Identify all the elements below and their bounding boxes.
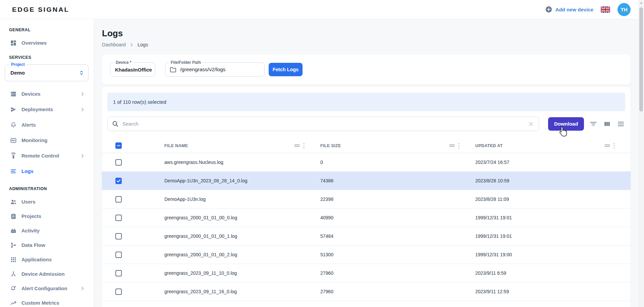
sidebar-item-monitoring[interactable]: Monitoring: [5, 133, 89, 147]
sidebar-item-label: Data Flow: [21, 242, 86, 248]
breadcrumb-dashboard[interactable]: Dashboard: [102, 42, 126, 47]
updated-at-cell: 2023/8/28 11:09: [475, 196, 631, 202]
sidebar-section-administration: ADMINISTRATIONUsersProjectsActivityData …: [5, 186, 89, 307]
column-header-updated-at[interactable]: UPDATED AT: [475, 143, 631, 149]
sidebar-item-custom-metrics[interactable]: Custom Metrics: [5, 296, 89, 307]
row-checkbox-cell: [102, 196, 164, 203]
file-name-cell: greengrass_2000_01_01_00_2.log: [164, 252, 320, 257]
column-menu-icon[interactable]: [303, 143, 305, 149]
search-box: [107, 117, 539, 131]
density-icon[interactable]: [616, 120, 625, 128]
sidebar-item-device-admission[interactable]: Device Admission: [5, 267, 89, 281]
monitoring-icon: [10, 137, 17, 144]
sidebar-item-alert-configuration[interactable]: Alert Configuration: [5, 281, 89, 296]
column-drag-icon[interactable]: [449, 144, 455, 147]
file-size-cell: 51300: [320, 252, 475, 257]
overviews-icon: [10, 40, 17, 46]
sidebar-item-remote-control[interactable]: Remote Control: [5, 148, 89, 163]
column-drag-icon[interactable]: [294, 144, 300, 147]
sidebar-item-users[interactable]: Users: [5, 194, 89, 209]
chevron-right-icon: [79, 106, 86, 113]
devices-icon: [10, 91, 17, 97]
columns-icon[interactable]: [603, 120, 611, 128]
chevron-right-icon: [79, 286, 86, 292]
chevron-right-icon: [129, 42, 134, 47]
alert-configuration-icon: [10, 285, 17, 292]
sidebar-item-projects[interactable]: Projects: [5, 209, 89, 223]
plus-circle-icon: [545, 6, 552, 13]
topbar: EDGE SIGNAL Add new device TH: [0, 0, 644, 19]
applications-icon: [10, 256, 17, 263]
select-all-checkbox[interactable]: [115, 142, 122, 149]
column-menu-icon[interactable]: [613, 143, 615, 149]
uk-flag-icon[interactable]: [601, 6, 610, 13]
add-new-device-button[interactable]: Add new device: [545, 6, 593, 13]
row-checkbox[interactable]: [115, 178, 122, 184]
fetch-logs-button[interactable]: Fetch Logs: [269, 63, 303, 76]
sidebar-section-label: SERVICES: [9, 55, 89, 60]
column-header-file-size[interactable]: FILE SIZE: [320, 143, 475, 149]
sidebar-item-label: Device Admission: [21, 271, 86, 277]
file-name-cell: greengrass_2023_09_11_16_0.log: [164, 289, 320, 294]
sidebar-item-label: Remote Control: [21, 153, 75, 159]
table-row[interactable]: aws.greengrass.Nucleus.log02023/7/24 16:…: [102, 153, 631, 172]
chevron-right-icon: [79, 91, 86, 97]
table-row[interactable]: DemoApp-1U3n_2023_08_28_14_0.log74386202…: [102, 172, 631, 190]
row-checkbox-cell: [102, 178, 164, 184]
table-row[interactable]: DemoApp-1U3n.log223982023/8/28 11:09: [102, 190, 631, 209]
sidebar-item-activity[interactable]: Activity: [5, 223, 89, 238]
row-checkbox[interactable]: [115, 233, 122, 239]
filter-card: Device * KhadasInOffice File/Folder Path…: [102, 54, 631, 85]
scrollbar-thumb[interactable]: [639, 7, 643, 112]
row-checkbox[interactable]: [115, 159, 122, 166]
device-admission-icon: [10, 271, 17, 277]
row-checkbox[interactable]: [115, 215, 122, 221]
sidebar-item-logs[interactable]: Logs: [5, 164, 89, 178]
device-select-label: Device *: [114, 60, 133, 65]
sidebar-item-label: Alerts: [21, 122, 86, 128]
sidebar-item-label: Users: [21, 199, 86, 205]
row-checkbox[interactable]: [115, 270, 122, 276]
sidebar-item-deployments[interactable]: Deployments: [5, 102, 89, 117]
sidebar-item-overviews[interactable]: Overviews: [5, 36, 89, 50]
updated-at-cell: 1999/12/31 19:01: [475, 215, 631, 220]
file-size-cell: 22398: [320, 196, 475, 202]
sidebar-item-label: Applications: [21, 257, 86, 262]
search-input[interactable]: [122, 121, 524, 127]
breadcrumb-logs: Logs: [138, 42, 148, 47]
sidebar-item-devices[interactable]: Devices: [5, 87, 89, 101]
search-icon: [112, 120, 119, 128]
updated-at-cell: 2023/9/11 12:59: [475, 289, 631, 294]
table-row[interactable]: greengrass_2000_01_01_00_2.log513001999/…: [102, 246, 631, 264]
row-checkbox[interactable]: [115, 289, 122, 295]
avatar[interactable]: TH: [618, 3, 631, 16]
table-row[interactable]: greengrass_2000_01_01_00_1.log574841999/…: [102, 227, 631, 246]
file-size-cell: 27960: [320, 270, 475, 276]
sidebar-item-applications[interactable]: Applications: [5, 252, 89, 267]
row-checkbox[interactable]: [115, 252, 122, 258]
column-menu-icon[interactable]: [458, 143, 460, 149]
clear-search-icon[interactable]: [527, 120, 535, 128]
project-select[interactable]: ProjectDemo: [5, 64, 89, 81]
file-name-cell: DemoApp-1U3n.log: [164, 196, 320, 202]
download-button[interactable]: Download: [548, 117, 584, 131]
row-checkbox[interactable]: [115, 196, 122, 203]
path-input[interactable]: [180, 67, 261, 73]
device-select[interactable]: Device * KhadasInOffice: [110, 62, 155, 77]
activity-icon: [10, 227, 17, 234]
deployments-icon: [10, 106, 17, 113]
row-checkbox-cell: [102, 233, 164, 239]
filter-icon[interactable]: [589, 120, 598, 128]
vertical-scrollbar[interactable]: ▲: [638, 0, 644, 307]
column-header-file-name[interactable]: FILE NAME: [164, 143, 320, 149]
column-drag-icon[interactable]: [604, 144, 610, 147]
sidebar-item-data-flow[interactable]: Data Flow: [5, 238, 89, 252]
chevron-right-icon: [79, 153, 86, 159]
sidebar-item-alerts[interactable]: Alerts: [5, 118, 89, 132]
table-row[interactable]: greengrass_2000_01_01_00_0.log409901999/…: [102, 209, 631, 227]
file-size-cell: 40990: [320, 215, 475, 220]
scroll-up-icon[interactable]: ▲: [638, 0, 644, 6]
table-row[interactable]: greengrass_2023_09_11_16_0.log279602023/…: [102, 282, 631, 301]
custom-metrics-icon: [10, 300, 17, 306]
table-row[interactable]: greengrass_2023_09_11_10_0.log279602023/…: [102, 264, 631, 282]
